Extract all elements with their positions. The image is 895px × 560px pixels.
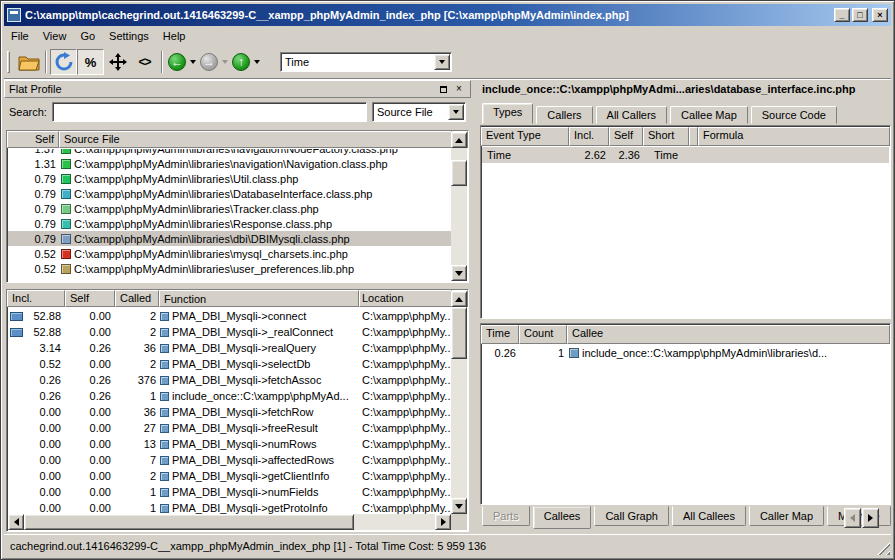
column-header-self[interactable]: Self (609, 127, 643, 146)
table-row[interactable]: 0.79C:\xampp\phpMyAdmin\libraries\Databa… (8, 186, 451, 201)
tab-callee-map[interactable]: Callee Map (670, 106, 748, 124)
tab-scroll-right-button[interactable] (862, 508, 879, 528)
scrollbar-thumb[interactable] (451, 160, 467, 186)
back-button[interactable]: ← (166, 49, 198, 75)
scrollbar-thumb[interactable] (451, 307, 467, 359)
function-list-hscrollbar[interactable] (8, 514, 451, 530)
column-header-formula[interactable]: Formula (698, 127, 890, 146)
function-icon (160, 376, 169, 385)
maximize-button[interactable]: □ (852, 8, 868, 22)
open-file-button[interactable] (15, 49, 42, 75)
cost-bar-icon (10, 312, 23, 321)
table-row[interactable]: 0.000.001PMA_DBI_Mysqli->getProtoInfoC:\… (8, 500, 451, 514)
table-row[interactable]: Time 2.62 2.36 Time (482, 147, 889, 163)
location-cell: C:\xampp\phpMy... (360, 470, 451, 482)
called-count-cell: 2 (116, 358, 160, 370)
up-button[interactable]: ↑ (230, 49, 262, 75)
minimize-button[interactable]: _ (834, 8, 850, 22)
column-header-called[interactable]: Called (115, 290, 159, 307)
column-header-time[interactable]: Time (481, 325, 519, 344)
tab-all-callees[interactable]: All Callees (672, 506, 746, 526)
dock-float-button[interactable] (436, 83, 450, 96)
scroll-right-button[interactable] (435, 514, 451, 530)
title-bar[interactable]: C:\xampp\tmp\cachegrind.out.1416463299-C… (4, 4, 891, 26)
tab-source-code[interactable]: Source Code (751, 106, 837, 124)
table-row[interactable]: 0.52C:\xampp\phpMyAdmin\libraries\user_p… (8, 261, 451, 276)
relative-percent-button[interactable]: % (77, 49, 104, 75)
menu-settings[interactable]: Settings (102, 28, 156, 44)
column-header-location[interactable]: Location (359, 290, 452, 307)
column-header-self[interactable]: Self (7, 131, 59, 148)
event-type-combobox[interactable]: Time (280, 52, 452, 72)
scroll-down-button[interactable] (451, 498, 467, 514)
combo-dropdown-button[interactable] (434, 54, 450, 70)
bottom-tab-bar: Parts Callees Call Graph All Callees Cal… (482, 506, 893, 530)
table-row[interactable]: 0.000.001PMA_DBI_Mysqli->numFieldsC:\xam… (8, 484, 451, 500)
location-cell: C:\xampp\phpMy... (360, 438, 451, 450)
self-cost-cell: 0.00 (66, 502, 116, 514)
tab-types[interactable]: Types (482, 103, 533, 124)
vertical-splitter[interactable] (471, 80, 478, 532)
menu-view[interactable]: View (36, 28, 74, 44)
menu-file[interactable]: File (4, 28, 36, 44)
scroll-down-button[interactable] (451, 265, 467, 281)
table-row[interactable]: 52.880.002PMA_DBI_Mysqli->connectC:\xamp… (8, 308, 451, 324)
table-row[interactable]: 0.000.002PMA_DBI_Mysqli->getClientInfoC:… (8, 468, 451, 484)
table-row[interactable]: 0.79C:\xampp\phpMyAdmin\libraries\Util.c… (8, 171, 451, 186)
table-row[interactable]: 0.000.0027PMA_DBI_Mysqli->freeResultC:\x… (8, 420, 451, 436)
column-header-incl[interactable]: Incl. (7, 290, 65, 307)
table-row[interactable]: 0.260.26376PMA_DBI_Mysqli->fetchAssocC:\… (8, 372, 451, 388)
column-header-short[interactable]: Short (643, 127, 689, 146)
table-row[interactable]: 0.000.0013PMA_DBI_Mysqli->numRowsC:\xamp… (8, 436, 451, 452)
expand-depth-button[interactable]: <> (131, 49, 158, 75)
close-button[interactable]: × (872, 8, 888, 22)
scrollbar-thumb[interactable] (24, 514, 354, 530)
grouping-combobox[interactable]: Source File (372, 102, 466, 122)
column-header-source-file[interactable]: Source File (59, 131, 452, 148)
table-row[interactable]: 0.520.002PMA_DBI_Mysqli->selectDbC:\xamp… (8, 356, 451, 372)
table-row[interactable]: 52.880.002PMA_DBI_Mysqli->_realConnectC:… (8, 324, 451, 340)
tab-caller-map[interactable]: Caller Map (749, 506, 824, 526)
table-row[interactable]: 1.31C:\xampp\phpMyAdmin\libraries\naviga… (8, 156, 451, 171)
dock-layout-button[interactable] (104, 49, 131, 75)
forward-button[interactable]: → (198, 49, 230, 75)
tab-all-callers[interactable]: All Callers (596, 106, 668, 124)
dock-close-button[interactable]: × (452, 83, 466, 96)
tab-scroll-left-button[interactable] (844, 508, 861, 528)
table-row[interactable]: 0.000.0036PMA_DBI_Mysqli->fetchRowC:\xam… (8, 404, 451, 420)
table-row[interactable]: 0.79C:\xampp\phpMyAdmin\libraries\Tracke… (8, 201, 451, 216)
up-dropdown-icon[interactable] (254, 60, 260, 64)
tab-callees[interactable]: Callees (533, 506, 592, 529)
column-header-function[interactable]: Function (159, 290, 359, 307)
combo-dropdown-button[interactable] (448, 104, 464, 120)
column-header-self[interactable]: Self (65, 290, 115, 307)
menu-go[interactable]: Go (73, 28, 102, 44)
table-row[interactable]: 1.37C:\xampp\phpMyAdmin\libraries\naviga… (8, 149, 451, 156)
table-row[interactable]: 0.79C:\xampp\phpMyAdmin\libraries\Respon… (8, 216, 451, 231)
source-list-scrollbar[interactable] (451, 132, 467, 281)
column-header-event-type[interactable]: Event Type (481, 127, 569, 146)
tab-call-graph[interactable]: Call Graph (594, 506, 669, 526)
search-input[interactable] (52, 102, 367, 122)
count-cell: 1 (520, 347, 568, 359)
scroll-up-button[interactable] (451, 132, 467, 148)
dock-title-bar[interactable]: Flat Profile × (4, 80, 471, 98)
tab-callers[interactable]: Callers (536, 106, 592, 124)
table-row[interactable]: 0.260.261include_once::C:\xampp\phpMyAd.… (8, 388, 451, 404)
table-row[interactable]: 0.000.007PMA_DBI_Mysqli->affectedRowsC:\… (8, 452, 451, 468)
column-header-count[interactable]: Count (519, 325, 567, 344)
cycle-detection-button[interactable] (50, 49, 77, 75)
table-row[interactable]: 0.261include_once::C:\xampp\phpMyAdmin\l… (482, 345, 889, 361)
toolbar-grip[interactable] (7, 51, 10, 73)
scroll-up-button[interactable] (451, 291, 467, 307)
function-list-vscrollbar[interactable] (451, 291, 467, 514)
back-dropdown-icon[interactable] (190, 60, 196, 64)
scroll-left-button[interactable] (8, 514, 24, 530)
function-cell: PMA_DBI_Mysqli->fetchAssoc (160, 374, 360, 386)
table-row[interactable]: 3.140.2636PMA_DBI_Mysqli->realQueryC:\xa… (8, 340, 451, 356)
column-header-callee[interactable]: Callee (567, 325, 890, 344)
table-row[interactable]: 0.52C:\xampp\phpMyAdmin\libraries\mysql_… (8, 246, 451, 261)
column-header-incl[interactable]: Incl. (569, 127, 609, 146)
table-row[interactable]: 0.79C:\xampp\phpMyAdmin\libraries\dbi\DB… (8, 231, 451, 246)
menu-help[interactable]: Help (156, 28, 193, 44)
